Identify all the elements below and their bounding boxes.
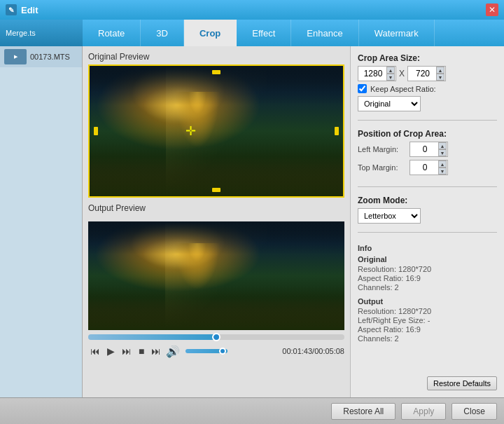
top-margin-wrapper: ▲ ▼ — [410, 160, 448, 175]
volume-bar[interactable] — [186, 349, 227, 353]
output-preview-label: Output Preview — [88, 203, 344, 213]
tab-bar: Merge.ts Rotate 3D Crop Effect Enhance W… — [0, 20, 504, 46]
out-eye-size: Left/Right Eye Size: - — [358, 316, 497, 324]
original-info-label: Original — [358, 255, 497, 264]
orig-resolution: Resolution: 1280*720 — [358, 265, 497, 273]
width-input-wrapper: ▲ ▼ — [358, 66, 396, 81]
crop-handle-top[interactable] — [212, 70, 220, 74]
out-channels: Channels: 2 — [358, 334, 497, 343]
crop-position-section: Position of Crop Area: Left Margin: ▲ ▼ … — [358, 129, 497, 178]
divider-2 — [358, 186, 497, 187]
right-panel: Crop Area Size: ▲ ▼ X ▲ ▼ — [350, 46, 504, 397]
crop-handle-left[interactable] — [94, 127, 98, 135]
height-up-arrow[interactable]: ▲ — [436, 67, 444, 74]
crop-handle-bottom[interactable] — [212, 188, 220, 192]
close-window-button[interactable]: ✕ — [486, 4, 498, 16]
stop-button[interactable]: ■ — [136, 344, 146, 358]
crop-handle-right[interactable] — [335, 127, 339, 135]
skip-end-button[interactable]: ⏭ — [149, 344, 163, 358]
original-preview-label: Original Preview — [88, 52, 344, 62]
playback-area: ⏮ ▶ ⏭ ■ ⏭ 🔊 00:01:43/00:05:08 — [88, 334, 344, 358]
progress-bar[interactable] — [88, 334, 344, 340]
crop-area-size-section: Crop Area Size: ▲ ▼ X ▲ ▼ — [358, 53, 497, 111]
controls-row: ⏮ ▶ ⏭ ■ ⏭ 🔊 00:01:43/00:05:08 — [88, 344, 344, 358]
skip-back-button[interactable]: ⏮ — [88, 344, 102, 358]
app-icon: ✎ — [6, 4, 17, 15]
width-input[interactable] — [360, 69, 386, 78]
content-area: ▶ 00173.MTS Original Preview ✛ — [0, 46, 504, 397]
apply-button[interactable]: Apply — [401, 403, 446, 420]
output-preview — [88, 221, 344, 330]
left-margin-input[interactable] — [412, 144, 438, 154]
keep-ratio-checkbox[interactable] — [358, 84, 367, 93]
width-down-arrow[interactable]: ▼ — [386, 74, 395, 81]
tab-watermark[interactable]: Watermark — [359, 20, 435, 46]
top-margin-arrows: ▲ ▼ — [438, 160, 447, 175]
left-margin-wrapper: ▲ ▼ — [410, 142, 448, 157]
info-label: Info — [358, 244, 497, 252]
volume-icon: 🔊 — [166, 345, 180, 358]
volume-thumb[interactable] — [219, 348, 226, 355]
info-section: Info Original Resolution: 1280*720 Aspec… — [358, 241, 497, 343]
tab-items: Rotate 3D Crop Effect Enhance Watermark — [83, 20, 504, 46]
orig-aspect: Aspect Ratio: 16:9 — [358, 274, 497, 282]
restore-defaults-button[interactable]: Restore Defaults — [427, 376, 497, 390]
progress-fill — [88, 334, 216, 340]
top-margin-row: Top Margin: ▲ ▼ — [358, 160, 497, 175]
crosshair[interactable]: ✛ — [186, 123, 196, 139]
zoom-mode-section: Zoom Mode: Letterbox Pan & Scan Full — [358, 196, 497, 224]
tab-3d[interactable]: 3D — [141, 20, 184, 46]
zoom-mode-select[interactable]: Letterbox Pan & Scan Full — [358, 208, 421, 224]
original-video-scene — [90, 66, 343, 196]
divider-1 — [358, 120, 497, 121]
width-up-arrow[interactable]: ▲ — [386, 67, 395, 74]
file-icon: ▶ — [4, 49, 27, 64]
out-aspect: Aspect Ratio: 16:9 — [358, 325, 497, 334]
tab-enhance[interactable]: Enhance — [291, 20, 358, 46]
output-info-label: Output — [358, 297, 497, 306]
original-preview: ✛ — [88, 64, 344, 198]
left-margin-label: Left Margin: — [358, 145, 407, 153]
top-margin-down[interactable]: ▼ — [438, 167, 447, 175]
left-margin-down[interactable]: ▼ — [438, 149, 447, 156]
left-panel-header: Merge.ts — [0, 20, 83, 46]
tab-effect[interactable]: Effect — [237, 20, 291, 46]
left-margin-up[interactable]: ▲ — [438, 142, 447, 149]
tab-rotate[interactable]: Rotate — [83, 20, 141, 46]
top-margin-up[interactable]: ▲ — [438, 160, 447, 167]
height-input-wrapper: ▲ ▼ — [407, 66, 446, 81]
left-panel: ▶ 00173.MTS — [0, 46, 83, 397]
restore-all-button[interactable]: Restore All — [331, 403, 396, 420]
file-name: 00173.MTS — [30, 53, 70, 61]
aspect-select[interactable]: Original 16:9 4:3 1:1 — [358, 96, 421, 111]
out-resolution: Resolution: 1280*720 — [358, 307, 497, 315]
crop-size-row: ▲ ▼ X ▲ ▼ — [358, 66, 497, 81]
top-margin-input[interactable] — [412, 163, 438, 172]
merge-tab-label: Merge.ts — [6, 29, 36, 37]
height-input[interactable] — [410, 69, 436, 78]
x-separator: X — [399, 69, 405, 78]
zoom-mode-label: Zoom Mode: — [358, 196, 497, 205]
file-item[interactable]: ▶ 00173.MTS — [0, 46, 82, 67]
left-margin-arrows: ▲ ▼ — [438, 142, 447, 156]
progress-thumb[interactable] — [212, 333, 220, 341]
bottom-bar: Restore All Apply Close — [0, 397, 504, 424]
orig-channels: Channels: 2 — [358, 283, 497, 292]
step-forward-button[interactable]: ⏭ — [120, 344, 134, 358]
width-spin-arrows: ▲ ▼ — [386, 67, 395, 81]
tab-crop[interactable]: Crop — [184, 20, 237, 46]
play-button[interactable]: ▶ — [105, 344, 117, 358]
divider-3 — [358, 232, 497, 233]
time-display: 00:01:43/00:05:08 — [282, 347, 344, 355]
main-container: Merge.ts Rotate 3D Crop Effect Enhance W… — [0, 20, 504, 424]
video-area: Original Preview ✛ Output Preview — [83, 46, 350, 397]
close-button[interactable]: Close — [451, 403, 497, 420]
top-margin-label: Top Margin: — [358, 163, 407, 172]
output-video-scene — [88, 221, 344, 330]
window-title: Edit — [21, 5, 38, 15]
height-spin-arrows: ▲ ▼ — [436, 67, 444, 81]
keep-ratio-label: Keep Aspect Ratio: — [370, 85, 436, 93]
left-margin-row: Left Margin: ▲ ▼ — [358, 142, 497, 157]
height-down-arrow[interactable]: ▼ — [436, 74, 444, 81]
title-bar: ✎ Edit ✕ — [0, 0, 504, 20]
